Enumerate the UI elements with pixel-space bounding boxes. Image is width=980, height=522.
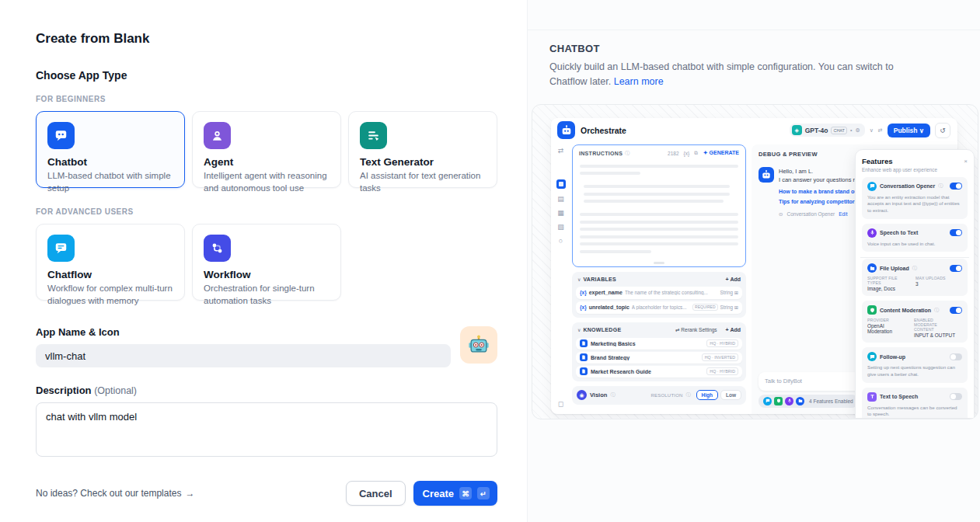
variable-type: String ⊞ (720, 290, 738, 295)
feature-description: Voice input can be used in chat. (867, 241, 962, 248)
variable-description: The name of the strategic consulting... (625, 290, 718, 295)
text-generator-icon (360, 122, 387, 149)
sidebar-item-orchestrate[interactable] (556, 179, 566, 189)
templates-link[interactable]: No ideas? Check out our templates → (36, 488, 194, 499)
description-label: Description (Optional) (36, 385, 497, 396)
knowledge-row[interactable]: Marketing Basics HQ · HYBRID (576, 338, 742, 350)
variable-type: String ⊞ (720, 304, 738, 310)
feature-toggle[interactable] (950, 307, 962, 314)
field-value: OpenAI Moderation (867, 323, 908, 334)
required-badge: REQUIRED (692, 304, 717, 311)
variable-row[interactable]: {x} expert_name The name of the strategi… (576, 287, 742, 299)
knowledge-doc-icon (580, 339, 588, 347)
sidebar-item-preview[interactable]: ▤ (557, 196, 564, 203)
knowledge-row[interactable]: Brand Strategy HQ · INVERTED (576, 352, 742, 364)
knowledge-doc-icon (580, 367, 588, 375)
chevron-down-icon[interactable]: ∨ (870, 127, 874, 134)
app-type-card-chatflow[interactable]: Chatflow Workflow for complex multi-turn… (36, 224, 185, 301)
app-type-card-text-generator[interactable]: Text Generator AI assistant for text gen… (348, 111, 497, 188)
features-subtitle: Enhance web app user experience (862, 167, 968, 172)
sidebar-item-collapse[interactable]: ◻ (558, 401, 563, 408)
skeleton-line (580, 221, 738, 224)
orchestrate-topbar: Orchestrate ◈ GPT-4o CHAT • ⚙ ∨ ⇄ Publis… (551, 118, 957, 143)
feature-toggle[interactable] (950, 265, 962, 272)
resolution-high-option[interactable]: High (696, 390, 718, 400)
for-beginners-label: FOR BEGINNERS (36, 95, 497, 103)
variable-row[interactable]: {x} unrelated_topic A placeholder for to… (576, 301, 742, 314)
publish-button[interactable]: Publish ∨ (888, 124, 930, 137)
field-label: MAX UPLOADS (915, 276, 956, 280)
swap-model-icon[interactable]: ⇄ (878, 127, 883, 134)
instructions-label: INSTRUCTIONS (579, 151, 623, 156)
add-variable-button[interactable]: + Add (726, 277, 741, 282)
feature-name: Text to Speech (880, 394, 918, 399)
feature-description: You are an entity extraction model that … (867, 194, 962, 214)
instructions-panel: INSTRUCTIONS ⓘ 2182 {x} ⧉ ✦ GENERATE (572, 144, 746, 267)
resolution-low-option[interactable]: Low (720, 390, 741, 400)
features-panel: Features × Enhance web app user experien… (855, 149, 975, 419)
skeleton-line (580, 213, 738, 216)
variable-icon[interactable]: {x} (684, 151, 690, 156)
chevron-down-icon[interactable]: ∨ (577, 327, 581, 332)
enter-key-icon: ↵ (477, 487, 490, 499)
description-label-text: Description (36, 385, 92, 396)
knowledge-badge: HQ · HYBRID (706, 367, 738, 375)
page-title: Create from Blank (36, 31, 497, 47)
add-knowledge-button[interactable]: + Add (726, 327, 741, 332)
content-moderation-icon (774, 397, 783, 405)
swap-icon[interactable]: ⇄ (558, 148, 564, 155)
sidebar-item-logs[interactable]: ▦ (557, 210, 564, 217)
app-type-card-agent[interactable]: Agent Intelligent agent with reasoning a… (192, 111, 341, 188)
description-optional-text: (Optional) (94, 385, 137, 396)
create-button[interactable]: Create ⌘ ↵ (413, 481, 497, 506)
model-selector[interactable]: ◈ GPT-4o CHAT • ⚙ (790, 124, 865, 137)
app-icon-picker[interactable] (460, 326, 497, 364)
generate-button[interactable]: ✦ GENERATE (703, 150, 739, 156)
description-textarea[interactable]: chat with vllm model (36, 402, 497, 457)
chevron-down-icon[interactable]: ∨ (577, 277, 581, 282)
feature-toggle[interactable] (950, 183, 962, 190)
feature-toggle[interactable] (950, 353, 962, 360)
variables-label: VARIABLES (583, 277, 616, 282)
knowledge-row[interactable]: Market Research Guide HQ · HYBRID (576, 366, 742, 378)
arrow-right-icon: → (185, 488, 194, 499)
knowledge-label: KNOWLEDGE (583, 327, 621, 332)
features-title: Features (862, 157, 893, 165)
rerank-settings-button[interactable]: ⇄ Rerank Settings (675, 327, 717, 333)
sidebar-item-annotations[interactable]: ▧ (557, 224, 564, 231)
app-avatar-robot-icon (557, 121, 575, 139)
learn-more-link[interactable]: Learn more (614, 76, 664, 87)
cancel-button[interactable]: Cancel (346, 481, 406, 506)
preview-description-text: Quickly build an LLM-based chatbot with … (549, 61, 894, 87)
file-upload-icon (796, 397, 804, 405)
preview-description: Quickly build an LLM-based chatbot with … (549, 60, 909, 89)
card-title: Chatflow (47, 269, 173, 280)
feature-name: Conversation Opener (880, 183, 935, 189)
feature-card-text-to-speech: Text to Speech Conversation messages can… (862, 388, 968, 419)
app-type-card-chatbot[interactable]: Chatbot LLM-based chatbot with simple se… (36, 111, 185, 188)
feature-toggle[interactable] (950, 229, 962, 236)
chatbot-preview-image: Orchestrate ◈ GPT-4o CHAT • ⚙ ∨ ⇄ Publis… (532, 104, 978, 419)
app-name-input[interactable] (36, 344, 451, 367)
info-icon: ⓘ (938, 183, 943, 190)
app-type-card-workflow[interactable]: Workflow Orchestration for single-turn a… (192, 224, 341, 301)
skeleton-line (584, 200, 724, 203)
history-icon[interactable]: ↺ (935, 123, 950, 138)
copy-icon[interactable]: ⧉ (694, 150, 698, 156)
feature-description: Setting up next questions suggestion can… (867, 364, 962, 378)
vision-label: Vision (590, 392, 607, 398)
agent-icon (204, 122, 231, 149)
close-icon[interactable]: × (964, 158, 968, 165)
feature-toggle[interactable] (950, 393, 962, 400)
edit-opener-link[interactable]: Edit (839, 211, 847, 217)
resize-handle[interactable] (654, 262, 664, 264)
skeleton-line (580, 242, 738, 245)
conversation-opener-icon (763, 397, 772, 405)
suggestion-link[interactable]: How to make a brand stand out? (779, 189, 863, 194)
follow-up-icon (867, 352, 877, 361)
orchestrate-sidebar: ⇄ ▤ ▦ ▧ ○ ◻ (551, 143, 570, 414)
skeleton-line (580, 228, 738, 231)
sidebar-item-monitoring[interactable]: ○ (559, 238, 563, 245)
field-value: INPUT & OUTPUT (914, 332, 956, 338)
skeleton-line (580, 250, 651, 253)
